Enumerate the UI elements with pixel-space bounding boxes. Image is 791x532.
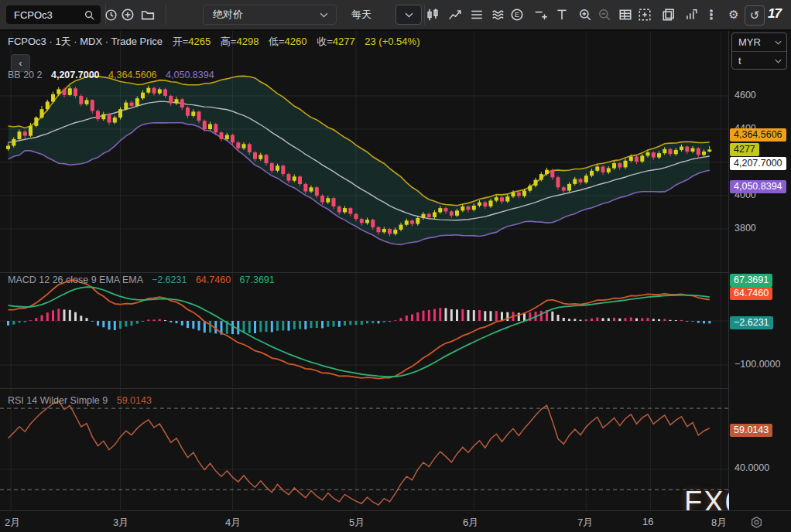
time-label: 3月 <box>113 516 128 530</box>
stats-icon[interactable] <box>682 5 700 24</box>
high-label: 高= <box>221 36 237 47</box>
interval-dropdown[interactable]: 每天 <box>338 5 394 25</box>
chart-title: FCPOc3 · 1天 · MDX · Trade Price <box>8 36 163 47</box>
bb-lower-value: 4,050.8394 <box>166 70 214 80</box>
bb-lower-badge: 4,050.8394 <box>730 180 786 193</box>
rsi-tick: 40.0000 <box>734 462 769 473</box>
zoom-in-icon[interactable] <box>576 5 594 24</box>
time-label: 4月 <box>225 516 241 530</box>
symbol-search[interactable]: FCPOc3 <box>6 5 101 24</box>
axis-settings-icon[interactable] <box>748 514 764 530</box>
circle-e-icon[interactable]: E <box>508 5 526 24</box>
layers-icon[interactable] <box>467 5 486 24</box>
pane-separator[interactable] <box>0 388 791 389</box>
price-axis[interactable]: MYR t 4600 4400 4000 3800 4,364.5606 427… <box>729 29 791 510</box>
open-value: 4265 <box>188 36 211 47</box>
candlestick-style-icon[interactable] <box>423 5 442 24</box>
time-label: 2月 <box>5 516 20 530</box>
currency-dropdown[interactable]: MYR <box>732 33 786 51</box>
folder-icon[interactable] <box>139 5 157 24</box>
clock-icon[interactable] <box>101 5 120 24</box>
price-mode-dropdown[interactable]: 绝对价 <box>203 5 337 25</box>
interval-label: 每天 <box>351 8 393 22</box>
rsi-badge: 59.0143 <box>730 424 772 437</box>
last-price-badge: 4277 <box>730 143 759 156</box>
chart-canvas[interactable] <box>0 29 728 510</box>
time-label: 7月 <box>577 516 593 530</box>
bb-indicator-legend[interactable]: BB 20 2 4,207.7000 4,364.5606 4,050.8394 <box>8 70 214 80</box>
trading-chart-app: FCPOc3 绝对价 每天 <box>0 0 791 532</box>
macd-title: MACD 12 26 close 9 EMA EMA <box>8 275 142 285</box>
unit-dropdown[interactable]: t <box>732 52 786 70</box>
time-axis[interactable]: 2月 3月 4月 5月 6月 7月 16 8月 <box>0 510 791 532</box>
interval-expand-button[interactable] <box>396 5 422 25</box>
chevron-down-icon <box>775 59 782 63</box>
rsi-value: 59.0143 <box>117 395 152 406</box>
bb-basis-badge: 4,207.7000 <box>730 157 786 170</box>
chevron-down-icon <box>775 40 782 45</box>
screenshot-icon[interactable] <box>635 5 654 24</box>
currency-label: MYR <box>738 36 775 48</box>
open-label: 开= <box>173 36 189 47</box>
low-label: 低= <box>269 36 285 47</box>
undo-icon[interactable]: ↺ <box>745 5 765 26</box>
line-chart-icon[interactable] <box>446 5 464 24</box>
svg-text:E: E <box>515 11 519 19</box>
time-label: 16 <box>642 516 653 527</box>
change-value: 23 (+0.54%) <box>365 36 419 47</box>
chevron-down-icon <box>405 12 413 18</box>
bb-title: BB 20 2 <box>8 70 42 80</box>
close-value: 4277 <box>333 36 355 47</box>
rsi-indicator-legend[interactable]: RSI 14 Wilder Simple 9 59.0143 <box>8 395 152 406</box>
bb-upper-value: 4,364.5606 <box>108 70 157 80</box>
time-label: 6月 <box>463 516 478 530</box>
report-icon[interactable] <box>659 5 678 24</box>
macd-line-badge: 64.7460 <box>730 287 772 300</box>
macd-line-value: 64.7460 <box>196 275 231 285</box>
settings-gear-icon[interactable]: ⚙ <box>724 5 743 24</box>
unit-selector-box: MYR t <box>731 32 787 70</box>
high-value: 4298 <box>236 36 259 47</box>
pane-separator[interactable] <box>0 272 791 273</box>
macd-tick: −100.0000 <box>734 359 780 370</box>
time-label: 5月 <box>349 516 365 530</box>
price-tick: 3800 <box>734 223 756 234</box>
symbol-search-value: FCPOc3 <box>14 9 84 21</box>
search-icon <box>84 9 95 21</box>
text-tool-icon[interactable] <box>553 5 571 24</box>
macd-signal-value: 67.3691 <box>240 275 275 285</box>
alert-plus-icon[interactable] <box>532 5 550 24</box>
macd-indicator-legend[interactable]: MACD 12 26 close 9 EMA EMA −2.6231 64.74… <box>8 275 275 285</box>
table-icon[interactable] <box>616 5 635 24</box>
time-label: 8月 <box>711 516 727 530</box>
chevron-down-icon <box>320 12 328 18</box>
bb-upper-badge: 4,364.5606 <box>730 128 786 142</box>
add-circle-icon[interactable] <box>118 5 137 24</box>
toolbar-separator <box>166 5 166 25</box>
low-value: 4260 <box>285 36 307 47</box>
chart-header: FCPOc3 · 1天 · MDX · Trade Price 开=4265 高… <box>8 35 419 49</box>
rsi-title: RSI 14 Wilder Simple 9 <box>8 395 108 406</box>
more-icon[interactable] <box>702 5 721 24</box>
top-toolbar: FCPOc3 绝对价 每天 <box>0 0 791 31</box>
unit-label: t <box>738 55 775 66</box>
macd-hist-value: −2.6231 <box>152 275 187 285</box>
price-mode-label: 绝对价 <box>213 8 320 22</box>
zoom-out-icon[interactable] <box>595 5 614 24</box>
price-tick: 4600 <box>734 90 756 101</box>
waves-icon[interactable] <box>489 5 508 24</box>
bb-basis-value: 4,207.7000 <box>51 70 100 80</box>
macd-signal-badge: 67.3691 <box>730 274 772 287</box>
macd-hist-badge: −2.6231 <box>730 316 773 329</box>
tradingview-logo[interactable]: 17 <box>768 6 781 22</box>
close-label: 收= <box>317 36 333 47</box>
